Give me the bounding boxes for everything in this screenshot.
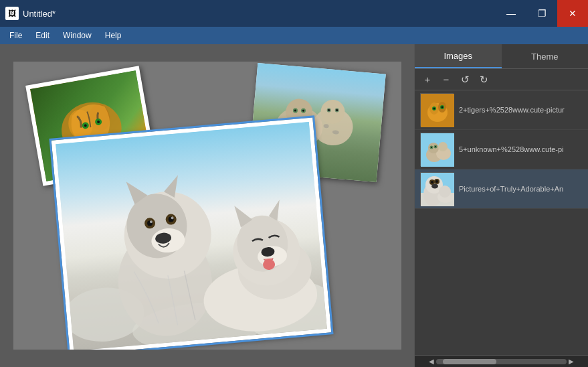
menu-file[interactable]: File (3, 27, 29, 44)
panel-tabs: Images Theme (415, 44, 588, 69)
canvas-area[interactable] (0, 44, 414, 367)
tab-theme[interactable]: Theme (502, 44, 589, 68)
thumbnail-dogs (420, 172, 454, 206)
title-bar-left: 🖼 Untitled* (5, 7, 56, 20)
list-item[interactable]: Pictures+of+Truly+Adorable+An (415, 169, 588, 209)
image-label-cubs: 5+unknown+%2528www.cute-pi (459, 145, 564, 154)
svg-point-59 (428, 143, 439, 153)
image-list: 2+tigers+%2528www.cute-pictur (415, 90, 588, 355)
horizontal-scrollbar[interactable]: ◀ ▶ (415, 355, 588, 367)
remove-image-button[interactable]: − (439, 72, 454, 87)
svg-point-73 (431, 184, 438, 189)
restore-button[interactable]: ❐ (526, 0, 557, 27)
tab-images[interactable]: Images (415, 44, 502, 68)
svg-point-64 (435, 146, 436, 147)
svg-point-72 (435, 180, 438, 183)
image-label-dogs: Pictures+of+Truly+Adorable+An (459, 184, 563, 194)
svg-point-55 (442, 106, 444, 108)
thumbnail-cubs-svg (421, 133, 454, 167)
scrollbar-track (436, 359, 567, 364)
scroll-right-arrow[interactable]: ▶ (567, 358, 576, 365)
menu-edit[interactable]: Edit (29, 27, 56, 44)
thumbnail-tigers (420, 93, 454, 127)
minimize-button[interactable]: — (496, 0, 526, 27)
dogs-svg (56, 122, 327, 350)
panel-toolbar: + − ↺ ↻ (415, 69, 588, 90)
canvas-inner (13, 62, 401, 350)
thumbnail-tigers-svg (421, 94, 454, 127)
svg-point-63 (431, 147, 432, 148)
app-title: Untitled* (23, 9, 56, 19)
dogs-image (56, 122, 327, 350)
svg-point-75 (439, 186, 451, 198)
thumbnail-cubs (420, 133, 454, 166)
rotate-left-button[interactable]: ↺ (458, 72, 472, 87)
menu-window[interactable]: Window (56, 27, 98, 44)
thumbnail-dogs-svg (421, 173, 454, 206)
svg-point-71 (431, 181, 433, 184)
title-bar: 🖼 Untitled* — ❐ ✕ (0, 0, 588, 27)
scrollbar-thumb[interactable] (443, 359, 496, 364)
list-item[interactable]: 5+unknown+%2528www.cute-pi (415, 130, 588, 169)
app-icon: 🖼 (5, 7, 19, 20)
svg-point-60 (438, 142, 448, 151)
rotate-right-button[interactable]: ↻ (476, 72, 491, 87)
image-label-tigers: 2+tigers+%2528www.cute-pictur (459, 105, 565, 115)
main-content: Images Theme + − ↺ ↻ (0, 44, 588, 367)
photo-dogs[interactable] (51, 118, 331, 350)
close-button[interactable]: ✕ (557, 0, 588, 27)
add-image-button[interactable]: + (420, 72, 435, 87)
menu-help[interactable]: Help (98, 27, 128, 44)
menu-bar: File Edit Window Help (0, 27, 588, 44)
svg-point-54 (433, 108, 435, 110)
scroll-left-arrow[interactable]: ◀ (427, 358, 436, 365)
list-item[interactable]: 2+tigers+%2528www.cute-pictur (415, 90, 588, 130)
right-panel: Images Theme + − ↺ ↻ (414, 44, 588, 367)
window-controls: — ❐ ✕ (496, 0, 588, 27)
